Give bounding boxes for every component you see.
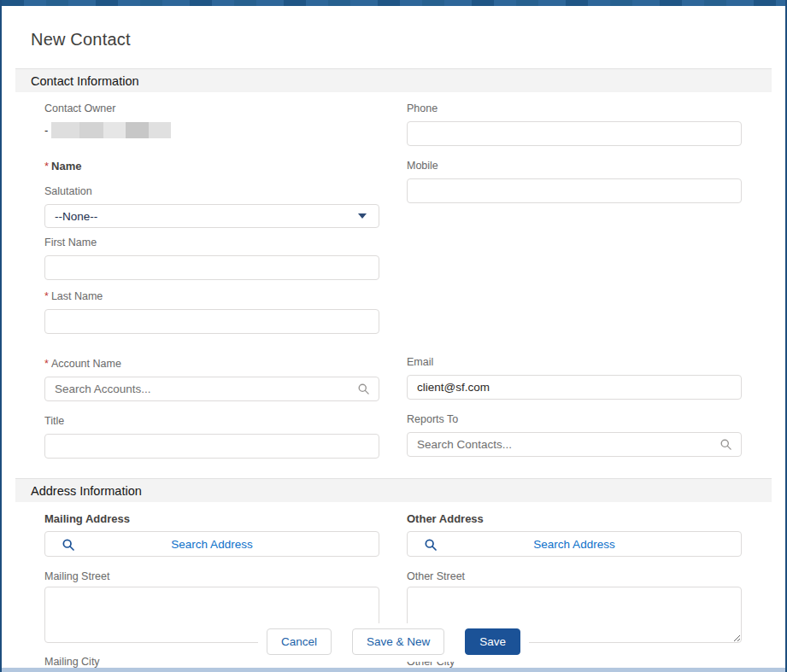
phone-input[interactable] — [407, 121, 742, 146]
salutation-label: Salutation — [44, 186, 379, 197]
window-chrome-top — [2, 0, 785, 6]
field-last-name: *Last Name — [44, 291, 379, 334]
reports-to-input[interactable] — [407, 432, 742, 457]
account-name-label: *Account Name — [44, 359, 379, 370]
other-street-label: Other Street — [407, 571, 742, 582]
save-and-new-button[interactable]: Save & New — [352, 628, 444, 655]
mobile-label: Mobile — [407, 161, 742, 172]
search-icon — [62, 538, 75, 552]
salutation-select[interactable]: --None-- — [44, 204, 379, 228]
field-account-name: *Account Name — [44, 359, 379, 401]
field-group-name: *Name — [44, 161, 379, 172]
field-title: Title — [44, 416, 379, 459]
salutation-selected-value: --None-- — [55, 210, 97, 223]
section-header-contact-information: Contact Information — [15, 68, 772, 92]
field-salutation: Salutation --None-- — [44, 186, 379, 228]
field-reports-to: Reports To — [407, 414, 742, 457]
reports-to-label: Reports To — [407, 414, 742, 425]
phone-label: Phone — [407, 103, 742, 114]
required-asterisk: * — [44, 290, 49, 302]
search-icon — [424, 538, 438, 552]
right-column: Phone Mobile Email Reports To — [407, 103, 742, 459]
section-title: Address Information — [31, 484, 142, 498]
section-header-address-information: Address Information — [15, 478, 772, 502]
search-address-link: Search Address — [171, 538, 252, 551]
action-footer: Cancel Save & New Save — [2, 623, 785, 662]
field-first-name: First Name — [44, 237, 379, 280]
cancel-button[interactable]: Cancel — [267, 628, 332, 655]
save-button[interactable]: Save — [465, 628, 520, 655]
contact-owner-dash: - — [44, 124, 48, 137]
field-email: Email — [407, 357, 742, 400]
left-column: Contact Owner - *Name Salutation --None-… — [44, 103, 379, 459]
mailing-street-label: Mailing Street — [44, 571, 379, 582]
title-label: Title — [44, 416, 379, 427]
contact-owner-value: - — [44, 121, 379, 138]
reports-to-lookup — [407, 432, 742, 457]
window-chrome-bottom — [2, 668, 785, 672]
contact-information-form: Contact Owner - *Name Salutation --None-… — [2, 92, 785, 459]
other-address-label: Other Address — [407, 513, 742, 524]
column-spacer — [407, 203, 742, 357]
required-asterisk: * — [44, 160, 49, 172]
mailing-address-search-button[interactable]: Search Address — [44, 531, 379, 557]
field-mobile: Mobile — [407, 161, 742, 203]
name-compound-label: *Name — [44, 161, 379, 172]
email-input[interactable] — [407, 375, 742, 400]
action-footer-background: Cancel Save & New Save — [258, 623, 529, 662]
last-name-input[interactable] — [44, 309, 379, 334]
first-name-input[interactable] — [44, 255, 379, 280]
redacted-owner-name — [51, 122, 79, 138]
account-lookup — [44, 377, 379, 401]
mailing-address-label: Mailing Address — [44, 513, 379, 524]
page-title: New Contact — [31, 30, 785, 50]
field-mailing-address: Mailing Address Search Address — [44, 513, 379, 557]
title-input[interactable] — [44, 434, 379, 459]
chevron-down-icon — [358, 213, 367, 219]
search-address-link: Search Address — [533, 538, 614, 551]
new-contact-modal: New Contact Contact Information Contact … — [0, 0, 787, 672]
field-contact-owner: Contact Owner - — [44, 103, 379, 138]
other-address-search-button[interactable]: Search Address — [407, 531, 742, 557]
last-name-label: *Last Name — [44, 291, 379, 302]
field-other-address: Other Address Search Address — [407, 513, 742, 557]
email-label: Email — [407, 357, 742, 368]
required-asterisk: * — [44, 358, 49, 370]
section-title: Contact Information — [31, 74, 139, 88]
account-name-input[interactable] — [44, 377, 379, 401]
contact-owner-label: Contact Owner — [44, 103, 379, 114]
first-name-label: First Name — [44, 237, 379, 248]
mobile-input[interactable] — [407, 178, 742, 203]
field-phone: Phone — [407, 103, 742, 146]
